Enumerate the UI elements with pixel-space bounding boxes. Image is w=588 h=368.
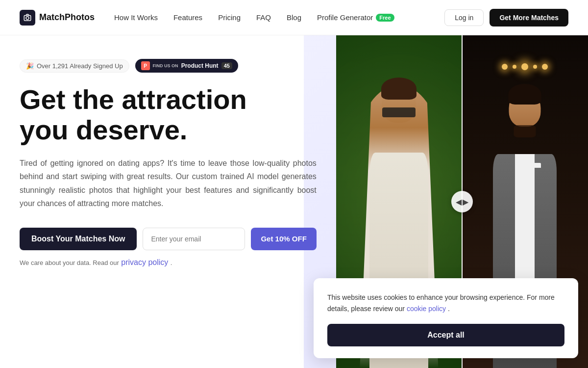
boost-button[interactable]: Boost Your Matches Now <box>20 228 137 250</box>
after-beard <box>514 125 536 137</box>
get-matches-button[interactable]: Get More Matches <box>490 9 568 26</box>
hero-description: Tired of getting ignored on dating apps?… <box>20 157 317 210</box>
product-hunt-name: Product Hunt <box>181 62 219 69</box>
privacy-text: We care about your data. Read our <box>20 259 119 266</box>
product-hunt-label: FIND US ON <box>153 63 178 69</box>
product-hunt-count: 45 <box>221 62 232 69</box>
light-1 <box>502 64 508 70</box>
slider-arrows: ◀ ▶ <box>456 197 468 207</box>
headline-line1: Get the attraction <box>20 84 247 115</box>
light-4 <box>533 65 537 69</box>
free-badge: Free <box>376 14 394 22</box>
left-arrow: ◀ <box>456 197 462 207</box>
brand-name: MatchPhotos <box>39 12 95 23</box>
nav-profile-generator[interactable]: Profile Generator <box>317 13 373 22</box>
privacy-policy-link[interactable]: privacy policy <box>121 258 168 266</box>
nav-pricing[interactable]: Pricing <box>218 13 241 22</box>
product-hunt-badge[interactable]: P FIND US ON Product Hunt 45 <box>135 59 238 73</box>
navigation: MatchPhotos How It Works Features Pricin… <box>0 0 588 35</box>
hero-left: 🎉 Over 1,291 Already Signed Up P FIND US… <box>0 35 336 368</box>
nav-profile-generator-wrapper: Profile Generator Free <box>317 13 394 22</box>
cookie-text-suffix: . <box>448 305 450 313</box>
privacy-row: We care about your data. Read our privac… <box>20 258 317 267</box>
cta-row: Boost Your Matches Now Get 10% OFF <box>20 228 317 250</box>
signed-up-badge: 🎉 Over 1,291 Already Signed Up <box>20 59 129 73</box>
nav-actions: Log in Get More Matches <box>444 9 568 26</box>
login-button[interactable]: Log in <box>444 9 484 26</box>
before-sunglasses <box>382 107 416 117</box>
comparison-slider[interactable]: ◀ ▶ <box>451 191 473 212</box>
privacy-suffix: . <box>171 259 172 266</box>
accept-all-button[interactable]: Accept all <box>327 324 564 346</box>
svg-point-1 <box>26 16 29 19</box>
email-input[interactable] <box>143 228 245 250</box>
signed-up-text: Over 1,291 Already Signed Up <box>37 62 123 70</box>
cookie-banner: This website uses cookies to enhance you… <box>314 278 578 358</box>
discount-button[interactable]: Get 10% OFF <box>251 228 316 250</box>
headline-line2: you deserve. <box>20 114 187 145</box>
nav-faq[interactable]: FAQ <box>256 13 271 22</box>
before-hair <box>381 78 416 100</box>
nav-how-it-works[interactable]: How It Works <box>114 13 158 22</box>
nav-links: How It Works Features Pricing FAQ Blog P… <box>114 13 444 22</box>
social-proof-row: 🎉 Over 1,291 Already Signed Up P FIND US… <box>20 59 317 73</box>
light-5 <box>542 64 548 70</box>
after-hair <box>509 84 541 105</box>
logo[interactable]: MatchPhotos <box>20 10 95 26</box>
hero-headline: Get the attraction you deserve. <box>20 84 317 145</box>
pocket-square <box>534 163 541 168</box>
logo-icon <box>20 10 35 26</box>
nav-features[interactable]: Features <box>173 13 202 22</box>
light-2 <box>513 65 516 69</box>
cookie-policy-link[interactable]: cookie policy <box>407 305 446 313</box>
nav-blog[interactable]: Blog <box>287 13 301 22</box>
cookie-text: This website uses cookies to enhance you… <box>327 292 564 314</box>
light-3 <box>521 63 528 70</box>
signed-up-emoji: 🎉 <box>26 62 34 70</box>
right-arrow: ▶ <box>463 197 468 207</box>
product-hunt-logo: P <box>141 61 150 70</box>
